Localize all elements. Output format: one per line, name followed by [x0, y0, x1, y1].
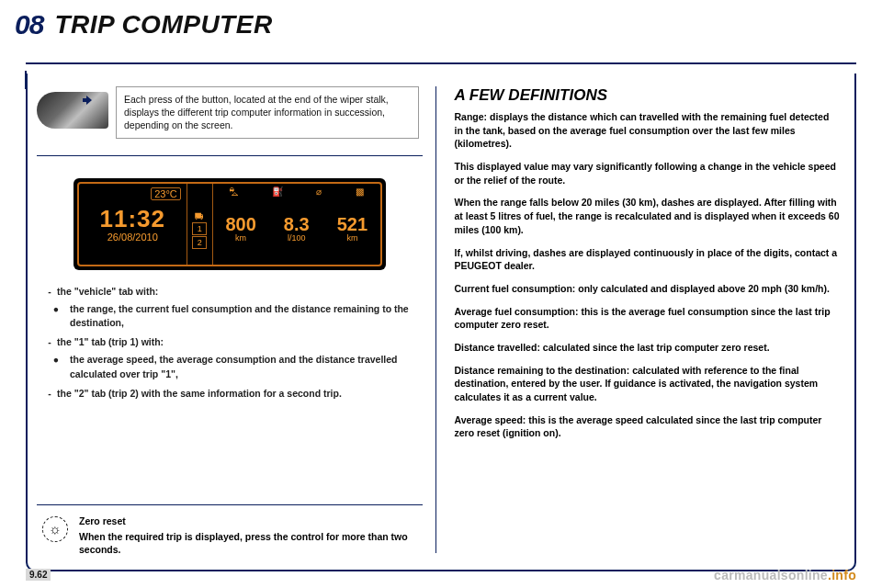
zero-reset-title: Zero reset [79, 514, 417, 528]
right-column: A FEW DEFINITIONS Range: displays the di… [449, 86, 846, 562]
vehicle-tab-bullet: the range, the current fuel consumption … [70, 302, 417, 330]
lcd-temp: 23°C [151, 187, 181, 200]
lcd-date: 26/08/2010 [107, 232, 158, 243]
lcd-tab-column: ⛟ 1 2 [187, 184, 213, 265]
intro-block: Each press of the button, located at the… [37, 86, 423, 156]
section-number: 08 [15, 9, 43, 40]
left-column: Each press of the button, located at the… [37, 86, 423, 562]
car-icon: ⛟ [195, 211, 204, 221]
def-range-1: Range: displays the distance which can t… [455, 110, 841, 151]
def-range-3: When the range falls below 20 miles (30 … [455, 196, 841, 236]
watermark: carmanualsonline.info [714, 568, 856, 582]
lcd-range-cell: 800 km [213, 214, 269, 243]
column-divider [435, 86, 436, 553]
page-number: 9.62 [26, 569, 51, 581]
trip1-tab-bullet: the average speed, the average consumpti… [70, 353, 417, 380]
lcd-values-area: ⛍ ⛽ ⌀ ▩ 800 km 8. [213, 184, 380, 265]
lcd-cons-unit: l/100 [268, 233, 324, 243]
lcd-screenshot: 23°C 11:32 26/08/2010 ⛟ 1 2 ⛍ ⛽ [37, 169, 423, 285]
lcd-dist-value: 521 [337, 214, 368, 234]
lcd-dist-unit: km [324, 233, 380, 243]
lcd-range-value: 800 [225, 214, 255, 234]
flag-icon: ▩ [356, 187, 364, 197]
lcd-clock-area: 23°C 11:32 26/08/2010 [79, 184, 187, 265]
lcd-tab-1: 1 [192, 222, 207, 235]
manual-page: 08 TRIP COMPUTER Each press of the butto… [0, 0, 882, 588]
zero-reset-note: ☼ Zero reset When the required trip is d… [37, 504, 423, 562]
lcd-consumption-cell: 8.3 l/100 [268, 214, 324, 243]
def-current: Current fuel consumption: only calculate… [455, 282, 841, 296]
tab-descriptions: -the "vehicle" tab with: ●the range, the… [37, 285, 423, 405]
lcd-panel: 23°C 11:32 26/08/2010 ⛟ 1 2 ⛍ ⛽ [74, 178, 386, 270]
vehicle-tab-label: the "vehicle" tab with: [57, 285, 158, 299]
bulb-icon: ☼ [42, 516, 68, 542]
lcd-range-unit: km [213, 233, 269, 243]
def-dist: Distance travelled: calculated since the… [455, 341, 841, 355]
trip1-tab-label: the "1" tab (trip 1) with: [57, 335, 164, 349]
watermark-b: .info [828, 568, 856, 582]
page-title: TRIP COMPUTER [54, 10, 272, 40]
gauge-icon: ⌀ [316, 187, 322, 197]
lcd-tab-2: 2 [192, 236, 207, 249]
definitions-heading: A FEW DEFINITIONS [455, 86, 841, 105]
header-bar: 08 TRIP COMPUTER [26, 17, 856, 64]
zero-reset-body: When the required trip is displayed, pre… [79, 530, 417, 557]
lcd-cons-value: 8.3 [284, 214, 310, 234]
intro-callout: Each press of the button, located at the… [116, 86, 419, 139]
lcd-distance-cell: 521 km [324, 214, 380, 243]
def-distrem: Distance remaining to the destination: c… [455, 364, 841, 404]
fuel-pump-icon: ⛽ [272, 187, 283, 197]
content-frame: Each press of the button, located at the… [26, 74, 856, 571]
def-range-4: If, whilst driving, dashes are displayed… [455, 246, 841, 273]
def-avgspd: Average speed: this is the average speed… [455, 413, 841, 440]
def-range-2: This displayed value may vary significan… [455, 160, 841, 187]
lcd-time: 11:32 [100, 205, 166, 233]
car-outline-icon: ⛍ [230, 187, 239, 197]
trip2-tab-label: the "2" tab (trip 2) with the same infor… [57, 387, 342, 401]
watermark-a: carmanualsonline [714, 568, 828, 582]
def-avgfuel: Average fuel consumption: this is the av… [455, 305, 841, 332]
header-tab: 08 TRIP COMPUTER [15, 9, 273, 40]
wiper-stalk-image [37, 92, 108, 129]
